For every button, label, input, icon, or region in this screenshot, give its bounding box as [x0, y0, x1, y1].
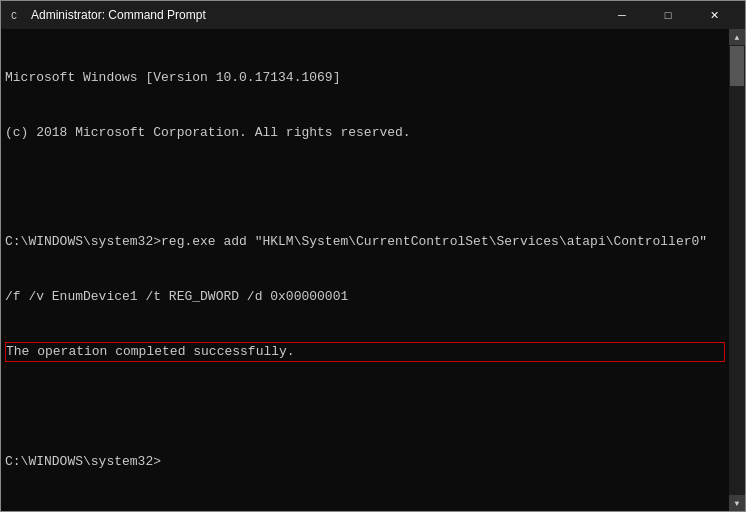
terminal-line-4: C:\WINDOWS\system32>reg.exe add "HKLM\Sy…	[5, 233, 725, 251]
scrollbar-track[interactable]	[729, 45, 745, 495]
window-title: Administrator: Command Prompt	[31, 8, 599, 22]
maximize-button[interactable]: □	[645, 1, 691, 29]
close-button[interactable]: ✕	[691, 1, 737, 29]
terminal-line-3	[5, 179, 725, 197]
terminal-line-8: C:\WINDOWS\system32>	[5, 453, 725, 471]
window-controls: ─ □ ✕	[599, 1, 737, 29]
scrollbar-up-arrow[interactable]: ▲	[729, 29, 745, 45]
terminal-line-5: /f /v EnumDevice1 /t REG_DWORD /d 0x0000…	[5, 288, 725, 306]
terminal-line-2: (c) 2018 Microsoft Corporation. All righ…	[5, 124, 725, 142]
terminal-success-line: The operation completed successfully.	[5, 342, 725, 362]
terminal-output[interactable]: Microsoft Windows [Version 10.0.17134.10…	[1, 29, 729, 511]
titlebar: C Administrator: Command Prompt ─ □ ✕	[1, 1, 745, 29]
minimize-button[interactable]: ─	[599, 1, 645, 29]
scrollbar-thumb[interactable]	[730, 46, 744, 86]
terminal-line-7	[5, 399, 725, 417]
cmd-icon: C	[9, 7, 25, 23]
scrollbar-down-arrow[interactable]: ▼	[729, 495, 745, 511]
svg-text:C: C	[11, 11, 17, 22]
terminal-line-1: Microsoft Windows [Version 10.0.17134.10…	[5, 69, 725, 87]
command-prompt-window: C Administrator: Command Prompt ─ □ ✕ Mi…	[0, 0, 746, 512]
content-area: Microsoft Windows [Version 10.0.17134.10…	[1, 29, 745, 511]
scrollbar[interactable]: ▲ ▼	[729, 29, 745, 511]
